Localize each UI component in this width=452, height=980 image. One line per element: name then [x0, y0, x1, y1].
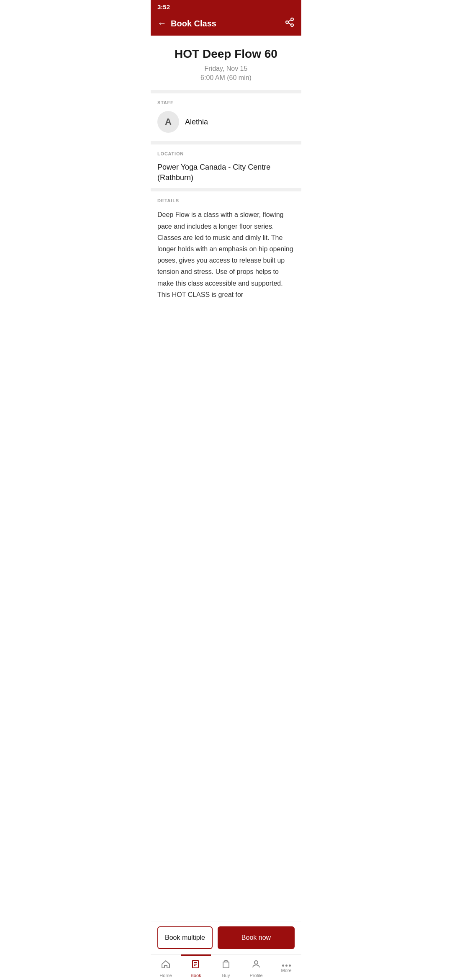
staff-name: Alethia	[185, 118, 208, 126]
details-section: DETAILS Deep Flow is a class with a slow…	[151, 191, 301, 305]
section-divider-1	[151, 90, 301, 93]
status-time: 3:52	[157, 3, 170, 10]
class-name: HOT Deep Flow 60	[157, 47, 295, 61]
app-bar: ← Book Class	[151, 13, 301, 36]
details-section-label: DETAILS	[157, 198, 295, 203]
svg-point-1	[286, 21, 288, 23]
status-bar: 3:52	[151, 0, 301, 13]
svg-line-4	[288, 23, 291, 24]
staff-avatar: A	[157, 111, 179, 133]
staff-section: STAFF A Alethia	[151, 93, 301, 141]
svg-point-0	[291, 18, 293, 21]
details-text: Deep Flow is a class with a slower, flow…	[157, 209, 295, 300]
section-divider-3	[151, 188, 301, 191]
share-button[interactable]	[285, 17, 295, 30]
svg-point-2	[291, 24, 293, 26]
location-section-label: LOCATION	[157, 151, 295, 156]
class-time: 6:00 AM (60 min)	[157, 74, 295, 82]
location-section: LOCATION Power Yoga Canada - City Centre…	[151, 144, 301, 188]
staff-section-label: STAFF	[157, 100, 295, 105]
content-area: HOT Deep Flow 60 Friday, Nov 15 6:00 AM …	[151, 36, 301, 364]
svg-line-3	[288, 20, 291, 21]
app-bar-title: Book Class	[171, 19, 216, 28]
staff-row: A Alethia	[157, 111, 295, 133]
section-divider-2	[151, 141, 301, 144]
back-button[interactable]: ←	[157, 18, 167, 29]
location-text: Power Yoga Canada - City Centre (Rathbur…	[157, 162, 295, 183]
staff-avatar-letter: A	[165, 116, 172, 127]
class-date: Friday, Nov 15	[157, 65, 295, 72]
app-bar-left: ← Book Class	[157, 18, 216, 29]
class-title-section: HOT Deep Flow 60 Friday, Nov 15 6:00 AM …	[151, 36, 301, 90]
